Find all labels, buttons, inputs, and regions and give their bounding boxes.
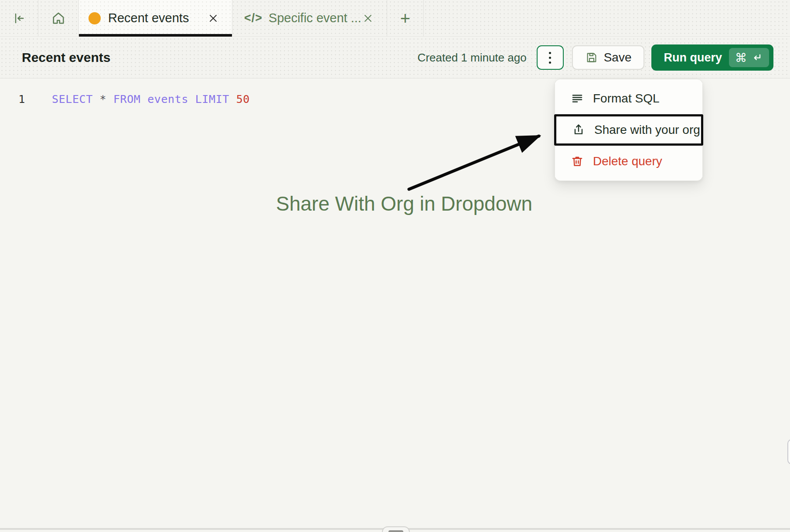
menu-item-delete-query[interactable]: Delete query — [555, 146, 702, 177]
sql-token: * — [100, 93, 113, 106]
kebab-menu-icon — [549, 52, 551, 54]
collapse-sidebar-icon — [12, 11, 26, 25]
line-number: 1 — [0, 92, 25, 107]
format-sql-icon — [570, 92, 584, 106]
tab-specific-event[interactable]: </> Specific event ... — [232, 0, 387, 36]
menu-item-label: Share with your org — [594, 123, 700, 137]
return-icon — [751, 51, 763, 64]
sql-token: SELECT — [52, 93, 100, 106]
home-icon — [51, 10, 66, 26]
active-tab-underline — [79, 34, 232, 37]
tab-bar-spacer — [424, 0, 790, 36]
tab-bar: Recent events </> Specific event ... + — [0, 0, 790, 37]
run-shortcut-badge: ⌘ — [729, 48, 769, 67]
menu-item-label: Delete query — [593, 154, 662, 168]
annotation-label: Share With Org in Dropdown — [276, 192, 532, 215]
panel-drag-handle[interactable] — [382, 526, 410, 532]
menu-item-share-with-org[interactable]: Share with your org — [554, 114, 703, 146]
header-actions: Created 1 minute ago Save Run query ⌘ — [418, 44, 773, 71]
sql-token: events — [147, 93, 195, 106]
collapse-sidebar-button[interactable] — [0, 0, 38, 36]
query-header: Recent events Created 1 minute ago Save … — [0, 37, 790, 78]
save-button[interactable]: Save — [572, 45, 645, 70]
code-icon: </> — [244, 11, 262, 25]
code-line[interactable]: 1 SELECT * FROM events LIMIT 50 — [0, 92, 250, 107]
trash-icon — [570, 154, 584, 168]
menu-item-label: Format SQL — [593, 92, 659, 106]
new-tab-button[interactable]: + — [387, 0, 424, 36]
command-key-icon: ⌘ — [735, 52, 747, 64]
options-dropdown-menu: Format SQL Share with your org — [555, 79, 703, 181]
orange-dot-icon — [89, 12, 101, 24]
home-button[interactable] — [38, 0, 79, 36]
sql-token: 50 — [236, 93, 250, 106]
sql-token: FROM — [113, 93, 147, 106]
tab-recent-events[interactable]: Recent events — [79, 0, 232, 36]
tab-label: Recent events — [108, 11, 189, 25]
close-icon[interactable] — [208, 14, 218, 23]
grip-icon — [388, 530, 403, 532]
close-icon[interactable] — [363, 14, 373, 23]
tab-label: Specific event ... — [269, 11, 361, 25]
run-query-button[interactable]: Run query ⌘ — [651, 44, 773, 71]
sql-code: SELECT * FROM events LIMIT 50 — [52, 92, 250, 107]
menu-item-format-sql[interactable]: Format SQL — [555, 83, 702, 114]
plus-icon: + — [400, 10, 410, 27]
sql-token: LIMIT — [195, 93, 236, 106]
more-options-button[interactable] — [537, 45, 564, 70]
save-icon — [585, 51, 598, 64]
side-panel-toggle[interactable] — [787, 439, 790, 464]
created-timestamp: Created 1 minute ago — [418, 51, 527, 65]
upload-icon — [572, 123, 586, 137]
page-title: Recent events — [22, 50, 110, 65]
run-query-label: Run query — [664, 51, 722, 65]
save-button-label: Save — [604, 51, 632, 65]
app-window: Recent events </> Specific event ... + R… — [0, 0, 790, 532]
